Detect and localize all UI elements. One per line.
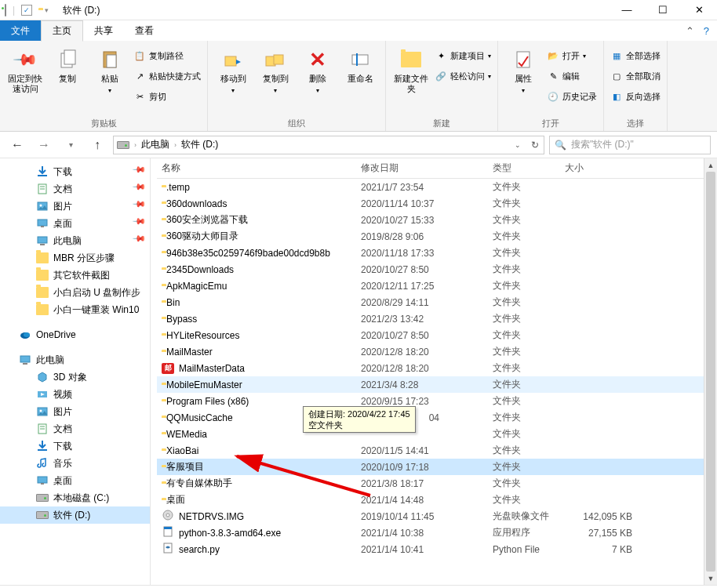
sidebar-item[interactable]: 小白启动 U 盘制作步: [0, 284, 150, 301]
table-row[interactable]: 邮MailMasterData2020/12/8 18:20文件夹: [157, 360, 717, 376]
sidebar-item[interactable]: 视频: [0, 386, 150, 403]
svg-point-26: [40, 410, 42, 412]
sidebar-item[interactable]: 软件 (D:): [0, 506, 150, 524]
pin-icon: 📌: [132, 214, 151, 234]
select-none-button[interactable]: ▢全部取消: [610, 67, 661, 85]
column-name[interactable]: 名称: [157, 162, 356, 175]
search-input[interactable]: 🔍 搜索"软件 (D:)": [549, 136, 711, 154]
column-date[interactable]: 修改日期: [356, 162, 488, 175]
select-all-button[interactable]: ▦全部选择: [610, 47, 661, 64]
scroll-down-icon[interactable]: ▼: [704, 572, 717, 585]
path-chevron-icon[interactable]: ›: [131, 141, 140, 149]
move-icon: [222, 49, 244, 71]
sidebar-item[interactable]: 下载📌: [0, 163, 150, 180]
sidebar-item[interactable]: 其它软件截图: [0, 267, 150, 284]
edit-button[interactable]: ✎编辑: [547, 67, 597, 85]
checkbox-icon[interactable]: ✓: [21, 5, 32, 16]
table-row[interactable]: 360downloads2020/11/14 10:37文件夹: [157, 195, 717, 212]
column-type[interactable]: 类型: [488, 162, 560, 175]
sidebar-item[interactable]: OneDrive: [0, 326, 150, 343]
table-row[interactable]: python-3.8.3-amd64.exe2021/1/4 10:38应用程序…: [157, 524, 717, 541]
copy-button[interactable]: 复制: [49, 44, 86, 84]
table-row[interactable]: ApkMagicEmu2020/12/11 17:25文件夹: [157, 278, 717, 294]
svg-rect-6: [274, 55, 283, 64]
scroll-up-icon[interactable]: ▲: [704, 158, 717, 172]
breadcrumb-current[interactable]: 软件 (D:): [181, 138, 218, 151]
close-button[interactable]: ✕: [681, 0, 717, 20]
sidebar-item[interactable]: 图片📌: [0, 198, 150, 215]
tab-file[interactable]: 文件: [0, 20, 41, 41]
new-item-button[interactable]: ✦新建项目 ▾: [435, 47, 491, 64]
copy-path-button[interactable]: 📋复制路径: [133, 47, 201, 64]
maximize-button[interactable]: ☐: [645, 0, 681, 20]
minimize-button[interactable]: —: [609, 0, 645, 20]
table-row[interactable]: 360安全浏览器下载2020/10/27 15:33文件夹: [157, 212, 717, 228]
breadcrumb-this-pc[interactable]: 此电脑: [141, 138, 169, 151]
column-size[interactable]: 大小: [560, 162, 646, 175]
cut-button[interactable]: ✂剪切: [133, 88, 201, 105]
open-button[interactable]: 📂打开 ▾: [547, 47, 597, 64]
vertical-scrollbar[interactable]: ▲ ▼: [704, 158, 717, 585]
new-folder-button[interactable]: 新建文件夹: [392, 44, 430, 94]
rename-button[interactable]: 重命名: [341, 44, 379, 84]
easy-access-button[interactable]: 🔗轻松访问 ▾: [435, 67, 491, 85]
refresh-button[interactable]: ↻: [526, 136, 544, 154]
table-row[interactable]: 946b38e35c0259746f9bade00dcd9b8b2020/11/…: [157, 245, 717, 261]
sidebar-item[interactable]: MBR 分区步骤: [0, 249, 150, 267]
table-row[interactable]: 2345Downloads2020/10/27 8:50文件夹: [157, 261, 717, 278]
table-row[interactable]: 桌面2021/1/4 14:48文件夹: [157, 492, 717, 508]
table-row[interactable]: Bypass2021/2/3 13:42文件夹: [157, 310, 717, 327]
tab-share[interactable]: 共享: [83, 20, 124, 41]
sidebar-item[interactable]: 下载: [0, 437, 150, 455]
ribbon-collapse-icon[interactable]: ⌃: [686, 25, 694, 37]
sidebar-item[interactable]: 音乐: [0, 455, 150, 472]
sidebar-item[interactable]: 桌面📌: [0, 215, 150, 232]
svg-rect-31: [38, 477, 47, 483]
table-row[interactable]: XiaoBai2020/11/5 14:41文件夹: [157, 442, 717, 459]
sidebar-item[interactable]: 3D 对象: [0, 368, 150, 386]
table-row[interactable]: NETDRVS.IMG2019/10/14 11:45光盘映像文件142,095…: [157, 508, 717, 524]
properties-button[interactable]: 属性 ▾: [504, 44, 542, 96]
sidebar-item-label: 桌面: [53, 217, 72, 230]
sidebar-item[interactable]: 本地磁盘 (C:): [0, 489, 150, 506]
table-row[interactable]: HYLiteResources2020/10/27 8:50文件夹: [157, 327, 717, 343]
address-path[interactable]: › 此电脑 › 软件 (D:) ⌄ ↻: [113, 136, 544, 154]
tab-view[interactable]: 查看: [124, 20, 165, 41]
forward-button[interactable]: →: [33, 134, 55, 156]
sidebar-item[interactable]: 图片: [0, 403, 150, 420]
sidebar-item[interactable]: 文档: [0, 420, 150, 437]
table-row[interactable]: Program Files (x86)2020/9/15 17:23文件夹: [157, 393, 717, 409]
path-chevron-icon[interactable]: ›: [171, 141, 180, 149]
table-row[interactable]: Bin2020/8/29 14:11文件夹: [157, 294, 717, 310]
history-button[interactable]: 🕘历史记录: [547, 88, 597, 105]
sidebar-item[interactable]: 此电脑📌: [0, 232, 150, 249]
tab-home[interactable]: 主页: [41, 20, 83, 42]
pin-to-quick-access-button[interactable]: 📌 固定到快速访问: [6, 44, 44, 94]
scroll-thumb[interactable]: [706, 172, 715, 572]
sidebar-item[interactable]: 文档📌: [0, 180, 150, 198]
invert-selection-button[interactable]: ◧反向选择: [610, 88, 661, 105]
table-row[interactable]: 客服项目2020/10/9 17:18文件夹: [157, 459, 717, 475]
table-row[interactable]: QQMusicCache 04文件夹: [157, 409, 717, 426]
table-row[interactable]: 有专自媒体助手2021/3/8 18:17文件夹: [157, 475, 717, 492]
table-row[interactable]: WEMedia文件夹: [157, 426, 717, 442]
help-icon[interactable]: ?: [704, 25, 709, 37]
recent-locations[interactable]: ▾: [60, 134, 82, 156]
sidebar-item[interactable]: 小白一键重装 Win10: [0, 301, 150, 318]
table-row[interactable]: MailMaster2020/12/8 18:20文件夹: [157, 343, 717, 360]
delete-button[interactable]: ✕ 删除 ▾: [299, 44, 337, 96]
qat-overflow[interactable]: ▾: [45, 6, 49, 14]
back-button[interactable]: ←: [6, 134, 28, 156]
sidebar-item[interactable]: 此电脑: [0, 351, 150, 368]
paste-button[interactable]: 粘贴 ▾: [91, 44, 129, 96]
copy-to-button[interactable]: 复制到 ▾: [257, 44, 294, 96]
table-row[interactable]: MobileEmuMaster2021/3/4 8:28文件夹: [157, 376, 717, 393]
table-row[interactable]: 360驱动大师目录2019/8/28 9:06文件夹: [157, 228, 717, 245]
move-to-button[interactable]: 移动到 ▾: [214, 44, 252, 96]
sidebar-item[interactable]: 桌面: [0, 472, 150, 489]
table-row[interactable]: search.py2021/1/4 10:41Python File7 KB: [157, 541, 717, 557]
up-button[interactable]: ↑: [86, 134, 108, 156]
path-dropdown-button[interactable]: ⌄: [509, 136, 526, 154]
paste-shortcut-button[interactable]: ↗粘贴快捷方式: [133, 67, 201, 85]
table-row[interactable]: .temp2021/1/7 23:54文件夹: [157, 179, 717, 195]
